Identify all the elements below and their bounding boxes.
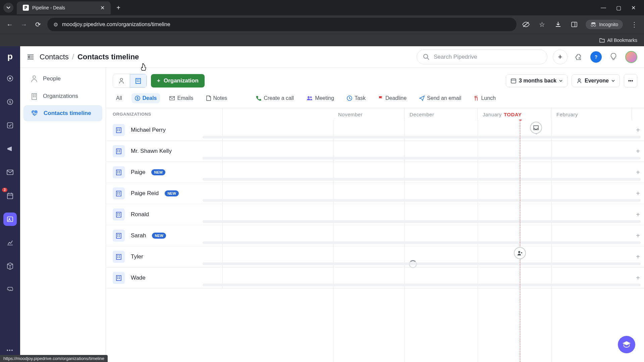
tips-button[interactable]	[608, 51, 619, 63]
rail-contacts[interactable]	[3, 213, 17, 226]
timeline-row[interactable]: Mr. Shawn Kelly+	[106, 141, 644, 162]
filter-lunch[interactable]: Lunch	[471, 93, 499, 103]
rail-leads[interactable]	[3, 72, 17, 85]
rail-mail[interactable]	[3, 166, 17, 179]
store-icon	[7, 287, 13, 293]
row-add-button[interactable]: +	[636, 126, 640, 134]
org-name[interactable]: Paige	[131, 169, 145, 176]
row-add-button[interactable]: +	[636, 274, 640, 282]
svg-rect-52	[117, 152, 118, 153]
row-add-button[interactable]: +	[636, 232, 640, 240]
reload-button[interactable]: ⟳	[33, 20, 43, 29]
org-name[interactable]: Tyler	[131, 253, 143, 260]
scope-dropdown[interactable]: Everyone	[572, 74, 620, 87]
timeline-row[interactable]: SarahNEW+	[106, 225, 644, 246]
breadcrumb-separator: /	[72, 53, 74, 61]
rail-projects[interactable]	[3, 119, 17, 132]
org-name[interactable]: Michael Perry	[131, 127, 166, 133]
people-icon	[307, 96, 313, 101]
timeline-row[interactable]: Paige ReidNEW+	[106, 183, 644, 204]
sidebar-item-organizations[interactable]: Organizations	[23, 88, 102, 105]
rail-deals[interactable]: $	[3, 95, 17, 109]
downloads-button[interactable]	[553, 20, 563, 29]
org-name[interactable]: Ronald	[131, 211, 149, 218]
user-avatar[interactable]	[625, 51, 637, 63]
extensions-button[interactable]	[573, 51, 584, 63]
incognito-indicator[interactable]: Incognito	[586, 20, 623, 29]
app-logo[interactable]: p	[7, 51, 13, 62]
close-tab-button[interactable]: ✕	[100, 5, 105, 11]
all-bookmarks-button[interactable]: All Bookmarks	[607, 38, 637, 43]
row-add-button[interactable]: +	[636, 211, 640, 219]
rail-campaigns[interactable]	[3, 142, 17, 156]
status-bar-url: https://moodjoy.pipedrive.com/organizati…	[0, 355, 108, 362]
svg-rect-80	[116, 276, 121, 281]
mail-icon	[169, 96, 175, 100]
browser-menu-button[interactable]: ⋮	[630, 20, 639, 29]
support-fab[interactable]	[618, 336, 635, 353]
privacy-eye-icon[interactable]	[521, 20, 531, 29]
more-actions-button[interactable]: •••	[624, 74, 637, 87]
side-panel-button[interactable]	[570, 20, 579, 29]
rail-insights[interactable]	[3, 236, 17, 249]
timeline-row[interactable]: Wade+	[106, 267, 644, 289]
activity-marker[interactable]	[530, 122, 542, 134]
row-add-button[interactable]: +	[636, 253, 640, 261]
rail-marketplace[interactable]	[3, 283, 17, 296]
row-add-button[interactable]: +	[636, 169, 640, 176]
filter-send-email[interactable]: Send an email	[416, 93, 465, 103]
plus-icon: +	[157, 77, 160, 84]
minimize-button[interactable]: —	[601, 5, 606, 11]
timeline-row[interactable]: PaigeNEW+	[106, 162, 644, 183]
maximize-button[interactable]: ▢	[616, 5, 621, 11]
new-tab-button[interactable]: +	[113, 3, 123, 13]
timeline-row[interactable]: Michael Perry+	[106, 120, 644, 141]
browser-tab[interactable]: P Pipeline - Deals ✕	[17, 1, 111, 14]
back-button[interactable]: ←	[5, 20, 14, 29]
breadcrumb-root[interactable]: Contacts	[40, 53, 69, 61]
filter-create-call[interactable]: Create a call	[253, 93, 297, 103]
view-organizations-button[interactable]	[130, 74, 147, 87]
filter-deals[interactable]: $ Deals	[131, 93, 160, 103]
svg-rect-18	[32, 94, 37, 100]
view-people-button[interactable]	[113, 74, 130, 87]
search-input[interactable]: Search Pipedrive	[417, 50, 547, 64]
org-name[interactable]: Mr. Shawn Kelly	[131, 148, 172, 155]
filter-notes[interactable]: Notes	[203, 93, 231, 103]
svg-rect-40	[170, 97, 175, 100]
close-window-button[interactable]: ✕	[631, 5, 636, 11]
quick-add-button[interactable]: +	[553, 50, 568, 64]
svg-rect-64	[116, 212, 121, 217]
rail-activities[interactable]: 3	[3, 189, 17, 202]
svg-rect-75	[117, 255, 118, 256]
rail-products[interactable]	[3, 259, 17, 273]
sidebar-item-contacts-timeline[interactable]: Contacts timeline	[23, 105, 102, 121]
site-settings-icon[interactable]: ⚙	[53, 21, 58, 28]
filter-emails[interactable]: Emails	[166, 93, 197, 103]
timeline-row[interactable]: Ronald+	[106, 204, 644, 225]
collapse-sidebar-button[interactable]	[27, 54, 34, 60]
filter-deadline[interactable]: Deadline	[375, 93, 410, 103]
sidebar-item-people[interactable]: People	[23, 70, 102, 87]
filter-task[interactable]: Task	[343, 93, 369, 103]
org-name[interactable]: Paige Reid	[131, 190, 159, 197]
timeline-row[interactable]: Tyler+	[106, 246, 644, 267]
svg-rect-68	[119, 215, 120, 216]
bookmark-star-button[interactable]: ☆	[537, 20, 547, 29]
filter-all[interactable]: All	[113, 93, 125, 103]
person-add-icon	[517, 250, 523, 256]
svg-rect-32	[139, 79, 140, 80]
org-name[interactable]: Wade	[131, 275, 146, 281]
row-add-button[interactable]: +	[636, 147, 640, 155]
activity-marker[interactable]	[514, 247, 526, 259]
tab-search-button[interactable]	[3, 3, 13, 13]
org-name[interactable]: Sarah	[131, 232, 146, 239]
time-range-dropdown[interactable]: 3 months back	[506, 74, 568, 87]
help-button[interactable]: ?	[590, 51, 602, 63]
row-add-button[interactable]: +	[636, 190, 640, 197]
forward-button[interactable]: →	[19, 20, 29, 29]
add-organization-button[interactable]: + Organization	[151, 74, 205, 87]
filter-meeting[interactable]: Meeting	[303, 93, 337, 103]
svg-rect-35	[511, 79, 516, 83]
address-bar[interactable]: ⚙ moodjoy.pipedrive.com/organizations/ti…	[47, 18, 517, 31]
